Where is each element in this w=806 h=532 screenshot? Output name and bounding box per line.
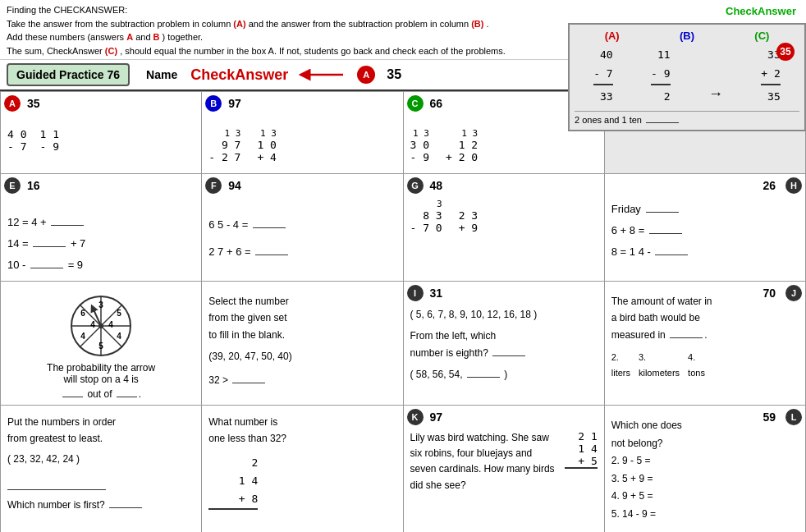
cell-B-content: 1 3 9 7 - 2 7 1 3 1 0 + 4 xyxy=(208,128,396,163)
order-blanks xyxy=(7,472,106,489)
prob-desc: The probability the arrow will stop on a… xyxy=(7,362,195,400)
svg-point-17 xyxy=(98,323,103,328)
math-C2: 1 3 1 2 + 2 0 xyxy=(446,128,478,163)
ones-tens: 2 ones and 1 ten xyxy=(575,111,799,125)
svg-text:4: 4 xyxy=(108,320,113,329)
answer-B: 97 xyxy=(228,97,241,110)
badge-B: B xyxy=(205,95,222,112)
what-number-content: What number is one less than 32? 2 1 4 +… xyxy=(208,414,396,532)
cell-what-number: What number is one less than 32? 2 1 4 +… xyxy=(202,406,403,532)
math-G1: 3 8 3 - 7 0 xyxy=(410,199,442,234)
col-B-label: (B) xyxy=(680,30,694,42)
answer-K: 97 xyxy=(430,410,443,424)
cell-C-content: 1 3 3 0 - 9 1 3 1 2 + 2 0 xyxy=(410,128,598,163)
F-line2: 2 7 + 6 = xyxy=(208,239,396,266)
cell-E: E 16 12 = 4 + 14 = + 7 10 - = 9 xyxy=(1,174,202,282)
cell-H: H 26 Friday 6 + 8 = 8 = 1 4 - xyxy=(605,174,806,282)
H-line2: 6 + 8 = xyxy=(611,220,799,241)
cell-G: G 48 3 8 3 - 7 0 2 3 + 9 xyxy=(404,174,605,282)
check-answer-title: CheckAnswer xyxy=(726,3,796,20)
answer-J: 70 xyxy=(762,287,776,300)
col-C-label: (C) xyxy=(754,30,769,42)
K-story: Lily was bird watching. She saw six robi… xyxy=(410,430,556,493)
cell-F-content: 6 5 - 4 = 2 7 + 6 = xyxy=(208,212,396,265)
arrow-right: → xyxy=(708,85,723,103)
badge-E: E xyxy=(4,177,21,194)
math-G2: 2 3 + 9 xyxy=(459,199,478,234)
badge-F: F xyxy=(205,177,222,194)
badge-K: K xyxy=(407,409,424,425)
check-math-B: 11 - 9 2 xyxy=(651,45,670,106)
clock-container: 3 5 4 5 4 6 4 4 xyxy=(7,293,195,359)
svg-text:5: 5 xyxy=(98,342,103,351)
F-line1: 6 5 - 4 = xyxy=(208,212,396,239)
cell-J: J 70 The amount of water in a bird bath … xyxy=(605,282,806,406)
cell-K: K 97 Lily was bird watching. She saw six… xyxy=(404,406,605,532)
E-line2: 14 = + 7 xyxy=(7,233,195,255)
J-opt3: 4.tons xyxy=(688,350,705,380)
guided-practice-label: Guided Practice 76 xyxy=(7,63,130,86)
badge-A-topbar: A xyxy=(357,66,375,84)
cell-H-content: Friday 6 + 8 = 8 = 1 4 - xyxy=(611,199,799,263)
svg-text:5: 5 xyxy=(117,309,121,318)
svg-text:4: 4 xyxy=(90,320,95,329)
H-line1: Friday xyxy=(611,199,799,220)
L-opt3: 4. 9 + 5 = xyxy=(611,488,799,506)
badge-I: I xyxy=(407,285,424,301)
cell-I: I 31 ( 5, 6, 7, 8, 9, 10, 12, 16, 18 ) F… xyxy=(404,282,605,406)
H-line3: 8 = 1 4 - xyxy=(611,241,799,263)
answer-C: 66 xyxy=(430,97,443,110)
E-line1: 12 = 4 + xyxy=(7,212,195,233)
cell-A: A 35 4 0 - 7 1 1 - 9 xyxy=(1,92,202,174)
E-line3: 10 - = 9 xyxy=(7,255,195,276)
name-label: Name xyxy=(146,68,177,81)
cell-L-content: Which one does not belong? 2. 9 - 5 = 3.… xyxy=(611,417,799,524)
cell-F: F 94 6 5 - 4 = 2 7 + 6 = xyxy=(202,174,403,282)
cell-G-content: 3 8 3 - 7 0 2 3 + 9 xyxy=(410,199,598,234)
check-answer-35: 35 xyxy=(776,43,795,61)
math-C1: 1 3 3 0 - 9 xyxy=(410,128,429,163)
math-A2: 1 1 - 9 xyxy=(39,128,58,153)
check-answer-panel: (A) (B) (C) 35 40 - 7 33 11 - 9 2 → 33 +… xyxy=(568,23,806,131)
answer-A: 35 xyxy=(27,97,40,110)
cell-I-content: ( 5, 6, 7, 8, 9, 10, 12, 16, 18 ) From t… xyxy=(410,306,598,383)
answer-F: 94 xyxy=(228,179,241,192)
cell-B: B 97 1 3 9 7 - 2 7 1 3 1 0 + 4 xyxy=(202,92,403,174)
red-arrow-svg xyxy=(298,65,347,85)
K-math: 2 1 1 4 + 5 xyxy=(565,430,598,493)
J-opt2: 3.kilometers xyxy=(639,350,680,380)
select-content: Select the number from the given set to … xyxy=(208,293,396,388)
badge-C: C xyxy=(407,95,424,112)
probability-spinner: 3 5 4 5 4 6 4 4 xyxy=(68,293,134,359)
cell-K-content: Lily was bird watching. She saw six robi… xyxy=(410,430,598,493)
badge-J: J xyxy=(785,285,802,301)
answer-35-topbar: 35 xyxy=(387,67,401,82)
check-answer-red-label: CheckAnswer xyxy=(190,66,288,84)
L-opt4: 5. 14 - 9 = xyxy=(611,506,799,524)
J-opt1: 2.liters xyxy=(611,350,630,380)
cell-select: Select the number from the given set to … xyxy=(202,282,403,406)
what-number-math: 2 1 4 + 8 xyxy=(208,454,258,528)
svg-text:4: 4 xyxy=(80,332,85,341)
answer-L: 59 xyxy=(762,410,776,424)
badge-A: A xyxy=(4,95,21,112)
answer-E: 16 xyxy=(27,179,40,192)
L-opt1: 2. 9 - 5 = xyxy=(611,452,799,470)
math-B1: 1 3 9 7 - 2 7 xyxy=(208,128,240,163)
svg-text:6: 6 xyxy=(80,309,85,318)
badge-L: L xyxy=(785,409,802,425)
svg-text:4: 4 xyxy=(117,332,121,341)
cell-J-content: The amount of water in a bird bath would… xyxy=(611,293,799,381)
check-math-A: 40 - 7 33 xyxy=(593,45,612,106)
answer-H: 26 xyxy=(762,179,776,192)
L-opt2: 3. 5 + 9 = xyxy=(611,470,799,488)
order-question: Which number is first? xyxy=(7,497,195,513)
math-A1: 4 0 - 7 xyxy=(7,128,26,153)
cell-L: L 59 Which one does not belong? 2. 9 - 5… xyxy=(605,406,806,532)
svg-text:3: 3 xyxy=(98,300,103,310)
answer-I: 31 xyxy=(430,287,443,300)
cell-probability: 3 5 4 5 4 6 4 4 The probability the arro… xyxy=(1,282,202,406)
main-grid: A 35 4 0 - 7 1 1 - 9 B 97 1 3 9 7 xyxy=(0,91,806,532)
answer-G: 48 xyxy=(430,179,443,192)
cell-A-content: 4 0 - 7 1 1 - 9 xyxy=(7,128,195,153)
